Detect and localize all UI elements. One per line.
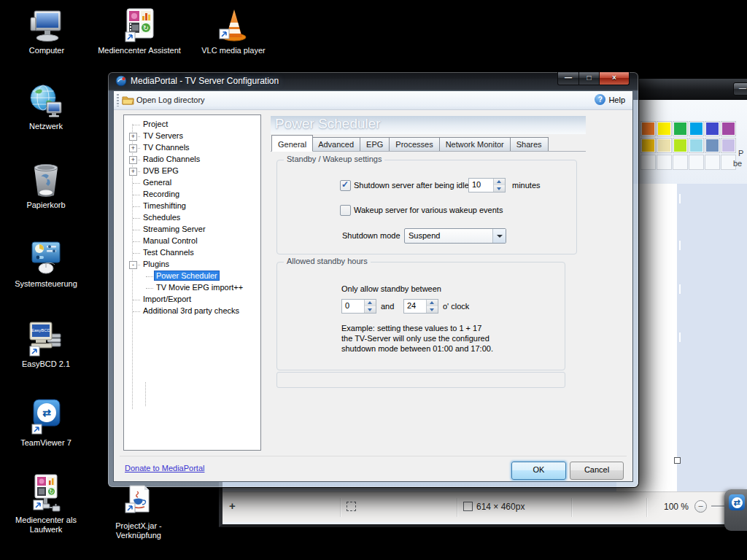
desktop-icon-mediencenter-assistent[interactable]: ↻ Mediencenter Assistent — [92, 6, 187, 55]
close-button[interactable]: × — [600, 72, 630, 85]
expander-icon[interactable]: + — [129, 156, 137, 164]
spin-down-icon[interactable] — [427, 306, 438, 313]
tree-item-power-scheduler[interactable]: Power Scheduler — [124, 271, 260, 282]
desktop-icon-label: Netzwerk — [11, 122, 81, 131]
color-swatch[interactable] — [657, 138, 672, 153]
idle-minutes-value: 10 — [472, 180, 481, 189]
systemsteuerung-icon — [11, 239, 81, 277]
tree-item-schedules[interactable]: Schedules — [124, 212, 260, 224]
expander-icon[interactable]: + — [129, 144, 137, 152]
window-title: MediaPortal - TV Server Configuration — [131, 76, 279, 86]
tab-epg[interactable]: EPG — [360, 137, 390, 152]
spin-down-icon[interactable] — [365, 306, 376, 313]
desktop-icon-vlc[interactable]: VLC media player — [191, 6, 276, 55]
tree-connector-line — [145, 382, 146, 407]
color-swatch[interactable] — [689, 121, 704, 136]
chevron-down-icon[interactable] — [492, 229, 506, 243]
tree-item-additional-checks[interactable]: Additional 3rd party checks — [124, 306, 260, 317]
tab-processes[interactable]: Processes — [390, 137, 439, 152]
tree-item-test-channels[interactable]: Test Channels — [124, 247, 260, 259]
caption-buttons: — □ × — [557, 72, 630, 85]
color-swatch[interactable] — [673, 121, 688, 136]
color-swatch-empty[interactable] — [673, 155, 688, 170]
image-size-icon — [463, 502, 473, 511]
desktop-icon-netzwerk[interactable]: Netzwerk — [11, 82, 81, 131]
allowed-standby-hours-group: Allowed standby hours Only allow standby… — [276, 262, 565, 370]
minimize-button[interactable]: — — [557, 72, 579, 85]
desktop-icon-computer[interactable]: Computer — [12, 6, 82, 55]
statusbar-separator — [646, 498, 648, 517]
desktop-icon-easybcd[interactable]: EasyBCD EasyBCD 2.1 — [11, 319, 81, 369]
tree-item-timeshifting[interactable]: Timeshifting — [124, 201, 260, 212]
color-swatch[interactable] — [689, 138, 704, 153]
color-swatch[interactable] — [705, 121, 720, 136]
help-button[interactable]: ? Help — [595, 94, 625, 105]
cancel-button[interactable]: Cancel — [570, 462, 624, 480]
idle-minutes-spinner[interactable]: 10 — [468, 178, 506, 192]
tree-item-plugins[interactable]: -Plugins — [124, 259, 260, 271]
tab-advanced[interactable]: Advanced — [312, 137, 360, 152]
expander-icon[interactable]: + — [129, 168, 137, 176]
ok-button[interactable]: OK — [511, 462, 566, 480]
tab-general[interactable]: General — [271, 135, 313, 152]
standby-wakeup-group: Standby / Wakeup settings Shutdown serve… — [276, 160, 577, 254]
standby-to-value: 24 — [407, 301, 416, 310]
color-swatch[interactable] — [705, 138, 720, 153]
statusbar-separator — [340, 498, 341, 517]
tree-item-recording[interactable]: Recording — [124, 189, 260, 201]
tree-item-streaming-server[interactable]: Streaming Server — [124, 224, 260, 236]
open-log-directory-button[interactable]: Open Log directory — [136, 96, 205, 104]
color-swatch-empty[interactable] — [705, 155, 720, 170]
wakeup-server-label: Wakeup server for various wakeup events — [354, 206, 503, 214]
mediaportal-logo-icon — [115, 75, 127, 90]
expander-icon[interactable]: - — [129, 261, 137, 269]
tab-shares[interactable]: Shares — [511, 137, 549, 152]
desktop-icon-papierkorb[interactable]: Papierkorb — [11, 160, 81, 210]
desktop-icon-label: Mediencenter als Laufwerk — [11, 516, 81, 534]
selection-dash — [679, 284, 681, 294]
desktop-icon-mediencenter-laufwerk[interactable]: ↻ Mediencenter als Laufwerk — [11, 475, 81, 534]
zoom-out-icon[interactable]: – — [694, 500, 707, 513]
tree-item-tv-servers[interactable]: +TV Servers — [124, 131, 260, 142]
color-swatch[interactable] — [640, 121, 656, 136]
color-swatch[interactable] — [673, 138, 688, 153]
color-swatch-empty[interactable] — [640, 155, 656, 170]
color-swatch-empty[interactable] — [689, 155, 704, 170]
shutdown-server-checkbox[interactable] — [340, 180, 351, 191]
tree-item-import-export[interactable]: Import/Export — [124, 294, 260, 306]
maximize-button[interactable]: □ — [579, 72, 600, 85]
spin-down-icon[interactable] — [494, 185, 505, 192]
tree-item-general[interactable]: General — [124, 177, 260, 189]
tree-item-tv-channels[interactable]: +TV Channels — [124, 142, 260, 154]
paint-minimize-button[interactable]: — — [733, 82, 747, 96]
shutdown-mode-value: Suspend — [409, 231, 440, 240]
shutdown-server-label: Shutdown server after being idle — [354, 181, 469, 190]
paint-statusbar: + 614 × 460px 100 % – — [222, 491, 747, 522]
standby-from-spinner[interactable]: 0 — [341, 299, 376, 314]
tab-network-monitor[interactable]: Network Monitor — [440, 137, 511, 152]
desktop-icon-teamviewer[interactable]: ⇄ TeamViewer 7 — [11, 398, 81, 448]
shutdown-mode-dropdown[interactable]: Suspend — [404, 228, 506, 244]
oclock-label: o' clock — [443, 302, 469, 311]
teamviewer-edge-panel[interactable]: ⇄ — [724, 489, 747, 531]
color-swatch[interactable] — [721, 138, 736, 153]
desktop-icon-systemsteuerung[interactable]: Systemsteuerung — [11, 239, 81, 289]
tree-item-project[interactable]: Project — [124, 119, 260, 131]
standby-to-spinner[interactable]: 24 — [403, 299, 438, 314]
expander-icon[interactable]: + — [129, 133, 137, 141]
desktop-icon-label: Systemsteuerung — [11, 279, 81, 289]
wakeup-server-checkbox[interactable] — [340, 205, 351, 216]
titlebar[interactable]: MediaPortal - TV Server Configuration — … — [108, 72, 638, 90]
color-swatch[interactable] — [640, 138, 656, 153]
tree-item-radio-channels[interactable]: +Radio Channels — [124, 154, 260, 166]
tree-item-manual-control[interactable]: Manual Control — [124, 236, 260, 247]
tree-item-tv-movie-epg-import[interactable]: TV Movie EPG import++ — [124, 282, 260, 294]
svg-text:↻: ↻ — [49, 489, 54, 495]
donate-link[interactable]: Donate to MediaPortal — [125, 464, 204, 472]
desktop-icon-projectx[interactable]: ProjectX.jar - Verknüpfung — [104, 481, 174, 540]
color-swatch[interactable] — [657, 121, 672, 136]
tree-item-dvb-epg[interactable]: +DVB EPG — [124, 166, 260, 177]
canvas-resize-handle[interactable] — [674, 457, 681, 464]
color-swatch-empty[interactable] — [657, 155, 672, 170]
color-swatch[interactable] — [721, 121, 736, 136]
